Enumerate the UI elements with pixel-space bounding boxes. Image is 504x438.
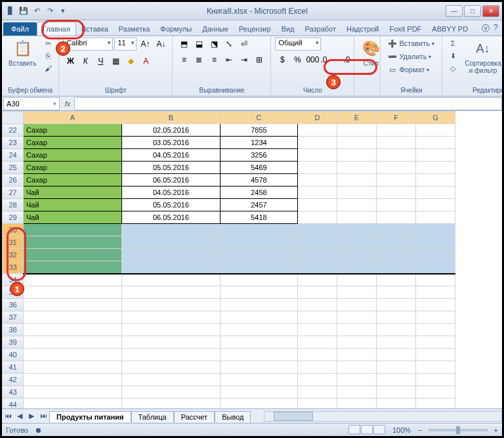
cell[interactable] [220, 386, 298, 399]
row-header[interactable]: 27 [3, 186, 24, 199]
cell[interactable] [298, 124, 337, 137]
cell[interactable]: Сахар [24, 137, 122, 149]
cell[interactable] [416, 299, 455, 311]
fill-icon[interactable]: ⬇ [446, 50, 459, 62]
cell[interactable] [377, 249, 416, 261]
cell[interactable] [377, 224, 416, 236]
cell[interactable] [337, 261, 377, 274]
cell[interactable] [298, 149, 337, 162]
row-header[interactable]: 43 [3, 386, 24, 399]
qat-more-icon[interactable]: ▾ [57, 5, 69, 17]
cell[interactable]: Сахар [24, 174, 122, 186]
help-icon[interactable]: ? [494, 23, 498, 34]
cell[interactable] [337, 236, 377, 249]
align-left-icon[interactable]: ≡ [177, 53, 191, 66]
cell[interactable]: Сахар [24, 149, 122, 162]
cells-format-button[interactable]: ▭ Формат▾ [385, 64, 432, 76]
cell[interactable] [337, 386, 377, 399]
inc-decimal-icon[interactable]: .0→ [320, 53, 335, 66]
cell[interactable]: 3256 [220, 149, 298, 162]
cell[interactable] [298, 137, 337, 149]
row-header[interactable]: 36 [3, 299, 24, 311]
zoom-level[interactable]: 100% [392, 426, 411, 434]
cell[interactable] [337, 224, 377, 236]
cell[interactable] [377, 236, 416, 249]
cell[interactable] [298, 386, 337, 399]
cell[interactable] [220, 274, 298, 286]
cell[interactable] [298, 299, 337, 311]
cell[interactable] [377, 211, 416, 224]
row-header[interactable]: 40 [3, 349, 24, 361]
align-top-icon[interactable]: ⬒ [177, 37, 191, 51]
cell[interactable] [122, 374, 220, 386]
cell[interactable] [377, 186, 416, 199]
cell[interactable] [416, 236, 455, 249]
cell[interactable] [416, 361, 455, 374]
cell[interactable] [377, 174, 416, 186]
cell[interactable] [377, 374, 416, 386]
col-header[interactable]: A [24, 112, 122, 124]
copy-icon[interactable]: ⎘ [41, 50, 54, 62]
cell[interactable]: Чай [24, 211, 122, 224]
cell[interactable] [122, 386, 220, 399]
sheet-tab[interactable]: Рассчет [174, 411, 215, 422]
cell[interactable] [337, 324, 377, 336]
col-header[interactable]: D [298, 112, 337, 124]
sheet-tab[interactable]: Таблица [131, 411, 174, 422]
row-header[interactable]: 30 [3, 224, 24, 236]
cell[interactable]: 5418 [220, 211, 298, 224]
sheet-prev-icon[interactable]: ◀ [14, 412, 26, 420]
cell[interactable] [416, 336, 455, 349]
cell[interactable] [298, 336, 337, 349]
cell[interactable] [220, 236, 298, 249]
cell[interactable] [298, 374, 337, 386]
font-size-combo[interactable]: 11 [114, 37, 136, 51]
tab-developer[interactable]: Разработ [300, 22, 341, 35]
cell[interactable] [377, 386, 416, 399]
cell[interactable] [220, 224, 298, 236]
row-header[interactable]: 22 [3, 124, 24, 137]
save-icon[interactable]: 💾 [18, 5, 30, 17]
autosum-icon[interactable]: Σ [446, 37, 459, 49]
cell[interactable] [416, 162, 455, 174]
close-button[interactable]: ✕ [482, 5, 499, 17]
cell[interactable] [337, 211, 377, 224]
fill-color-button[interactable]: ◆ [123, 55, 138, 68]
cell[interactable] [416, 186, 455, 199]
cell[interactable]: 06.05.2016 [122, 174, 220, 186]
cell[interactable]: 02.05.2016 [122, 124, 220, 137]
cell[interactable] [416, 149, 455, 162]
cell[interactable] [24, 236, 122, 249]
cell[interactable] [122, 286, 220, 299]
cell[interactable]: 06.05.2016 [122, 211, 220, 224]
cell[interactable] [337, 162, 377, 174]
cell[interactable] [220, 324, 298, 336]
styles-button[interactable]: 🎨 Стил [358, 37, 383, 68]
row-header[interactable]: 29 [3, 211, 24, 224]
cell[interactable] [122, 361, 220, 374]
cell[interactable] [416, 211, 455, 224]
font-name-combo[interactable]: Calibri [63, 37, 113, 51]
cell[interactable] [377, 199, 416, 211]
cell[interactable]: 05.05.2016 [122, 162, 220, 174]
cell[interactable] [298, 349, 337, 361]
row-header[interactable]: 33 [3, 261, 24, 274]
paste-button[interactable]: 📋 Вставить [6, 37, 39, 68]
fx-icon[interactable]: fx [61, 100, 74, 108]
col-header[interactable]: G [416, 112, 455, 124]
cell[interactable] [298, 186, 337, 199]
zoom-in-icon[interactable]: + [494, 426, 498, 434]
row-header[interactable]: 35 [3, 286, 24, 299]
row-header[interactable]: 28 [3, 199, 24, 211]
cell[interactable] [377, 311, 416, 324]
indent-inc-icon[interactable]: ⇥ [237, 53, 251, 66]
cell[interactable] [377, 286, 416, 299]
cell[interactable] [220, 361, 298, 374]
tab-formulas[interactable]: Формулы [155, 22, 197, 35]
cell[interactable] [377, 324, 416, 336]
font-color-button[interactable]: A [138, 55, 153, 68]
cell[interactable]: 2457 [220, 199, 298, 211]
grow-font-icon[interactable]: A↑ [138, 37, 152, 51]
row-header[interactable]: 37 [3, 311, 24, 324]
row-header[interactable]: 42 [3, 374, 24, 386]
